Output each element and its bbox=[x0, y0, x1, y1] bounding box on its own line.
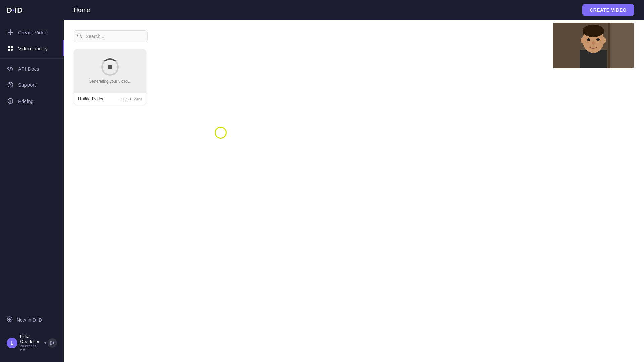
new-icon bbox=[7, 316, 13, 324]
generating-spinner bbox=[101, 58, 119, 76]
plus-icon bbox=[7, 28, 14, 36]
code-icon bbox=[7, 65, 14, 72]
logout-button[interactable] bbox=[48, 338, 57, 348]
svg-line-16 bbox=[80, 37, 82, 38]
sidebar-item-support[interactable]: Support bbox=[0, 77, 64, 93]
user-info: Lidia Oberleiter 20 credits left bbox=[20, 334, 42, 352]
svg-rect-19 bbox=[608, 23, 610, 68]
search-icon bbox=[77, 34, 82, 39]
create-video-button[interactable]: CREATE VIDEO bbox=[582, 4, 634, 16]
svg-point-8 bbox=[10, 86, 11, 86]
new-in-did[interactable]: New in D-ID bbox=[0, 313, 64, 327]
user-section[interactable]: L Lidia Oberleiter 20 credits left ▾ bbox=[0, 330, 46, 355]
top-header: Home CREATE VIDEO bbox=[64, 0, 644, 20]
preview-placeholder bbox=[553, 23, 634, 68]
generating-text: Generating your video... bbox=[89, 79, 131, 84]
svg-rect-18 bbox=[610, 23, 634, 68]
video-grid: Generating your video... Untitled video … bbox=[74, 49, 634, 105]
content-area: Generating your video... Untitled video … bbox=[64, 20, 644, 362]
video-title: Untitled video bbox=[78, 96, 105, 101]
svg-rect-3 bbox=[11, 46, 13, 48]
video-card[interactable]: Generating your video... Untitled video … bbox=[74, 49, 146, 105]
video-card-info: Untitled video July 21, 2023 bbox=[74, 93, 146, 105]
sidebar-item-api-docs[interactable]: API Docs bbox=[0, 61, 64, 77]
svg-rect-24 bbox=[583, 29, 604, 34]
svg-point-25 bbox=[587, 38, 590, 41]
svg-point-27 bbox=[592, 41, 595, 45]
svg-point-28 bbox=[581, 37, 585, 43]
preview-video bbox=[553, 23, 634, 68]
svg-rect-4 bbox=[8, 49, 10, 51]
support-icon bbox=[7, 81, 14, 88]
cursor-circle bbox=[215, 127, 227, 139]
svg-point-29 bbox=[602, 37, 606, 43]
sidebar: D·ID Create Video Video Libra bbox=[0, 0, 64, 362]
grid-icon bbox=[7, 45, 14, 52]
sidebar-item-label: Create Video bbox=[18, 29, 47, 35]
logo: D·ID bbox=[0, 0, 64, 21]
new-in-did-label: New in D-ID bbox=[17, 317, 42, 323]
dollar-icon: $ bbox=[7, 97, 14, 105]
main-wrapper: Home CREATE VIDEO Generating your video.… bbox=[64, 0, 644, 362]
sidebar-item-label: API Docs bbox=[18, 66, 39, 72]
sidebar-item-label: Video Library bbox=[18, 46, 48, 51]
svg-rect-2 bbox=[8, 46, 10, 48]
search-input[interactable] bbox=[74, 30, 148, 42]
page-title: Home bbox=[64, 7, 90, 14]
search-container bbox=[74, 30, 148, 42]
sidebar-item-video-library[interactable]: Video Library bbox=[0, 40, 64, 56]
avatar: L bbox=[7, 338, 17, 348]
chevron-down-icon: ▾ bbox=[44, 341, 46, 345]
svg-rect-5 bbox=[11, 49, 13, 51]
logo-text: D·ID bbox=[7, 6, 23, 15]
user-credits: 20 credits left bbox=[20, 344, 42, 352]
sidebar-divider bbox=[0, 58, 64, 59]
user-name: Lidia Oberleiter bbox=[20, 334, 42, 344]
sidebar-item-label: Pricing bbox=[18, 98, 34, 104]
svg-text:$: $ bbox=[9, 99, 11, 103]
sidebar-item-create-video[interactable]: Create Video bbox=[0, 24, 64, 40]
sidebar-item-label: Support bbox=[18, 82, 36, 88]
sidebar-bottom: New in D-ID L Lidia Oberleiter 20 credit… bbox=[0, 308, 64, 362]
sidebar-nav: Create Video Video Library bbox=[0, 21, 64, 308]
video-date: July 21, 2023 bbox=[120, 97, 142, 101]
video-thumbnail: Generating your video... bbox=[74, 49, 146, 93]
svg-line-6 bbox=[10, 67, 11, 71]
svg-point-26 bbox=[596, 38, 600, 41]
sidebar-item-pricing[interactable]: $ Pricing bbox=[0, 93, 64, 109]
